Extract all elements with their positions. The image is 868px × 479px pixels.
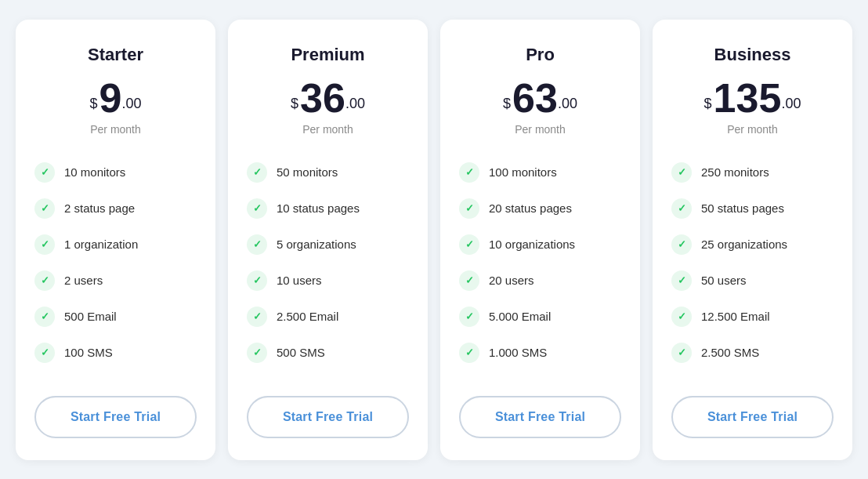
check-icon [459, 270, 479, 291]
feature-item: 50 status pages [671, 191, 834, 227]
check-icon [34, 307, 55, 327]
feature-item: 12.500 Email [671, 299, 834, 335]
feature-text: 20 users [489, 274, 534, 287]
check-icon [34, 234, 55, 255]
check-icon [34, 198, 55, 219]
check-icon [671, 343, 692, 363]
feature-item: 2 users [34, 263, 197, 299]
check-icon [247, 162, 267, 183]
feature-text: 50 monitors [277, 165, 338, 179]
feature-item: 500 Email [34, 299, 197, 335]
feature-item: 1.000 SMS [459, 335, 621, 371]
check-icon [247, 198, 267, 219]
features-list: 250 monitors 50 status pages 25 organiza… [671, 154, 834, 371]
feature-text: 2.500 SMS [701, 346, 759, 359]
feature-text: 10 users [277, 274, 322, 287]
price-cents: .00 [558, 96, 577, 112]
feature-item: 10 status pages [247, 191, 409, 227]
feature-text: 1 organization [64, 238, 138, 251]
pricing-card-business: Business $ 135 .00 Per month 250 monitor… [653, 20, 852, 460]
feature-item: 2.500 Email [247, 299, 409, 335]
check-icon [671, 198, 692, 219]
features-list: 100 monitors 20 status pages 10 organiza… [459, 154, 621, 371]
feature-item: 50 users [671, 263, 834, 299]
feature-text: 100 SMS [64, 346, 113, 359]
start-free-trial-button-pro[interactable]: Start Free Trial [459, 396, 621, 438]
price-period: Per month [671, 123, 834, 136]
feature-item: 100 SMS [34, 335, 197, 371]
check-icon [459, 343, 479, 363]
feature-item: 5.000 Email [459, 299, 621, 335]
pricing-container: Starter $ 9 .00 Per month 10 monitors 2 … [16, 20, 852, 460]
check-icon [671, 162, 692, 183]
check-icon [671, 234, 692, 255]
price-dollar-sign: $ [704, 96, 712, 112]
feature-item: 2 status page [34, 191, 197, 227]
check-icon [459, 162, 479, 183]
feature-text: 1.000 SMS [489, 346, 547, 359]
check-icon [34, 270, 55, 291]
feature-item: 50 monitors [247, 154, 409, 191]
plan-name: Pro [459, 45, 621, 65]
feature-text: 10 monitors [64, 165, 125, 179]
features-list: 50 monitors 10 status pages 5 organizati… [247, 154, 409, 371]
pricing-card-pro: Pro $ 63 .00 Per month 100 monitors 20 s… [440, 20, 640, 460]
feature-text: 5 organizations [277, 238, 356, 251]
feature-item: 10 users [247, 263, 409, 299]
check-icon [671, 270, 692, 291]
feature-item: 1 organization [34, 227, 197, 263]
price-amount: 63 [512, 78, 558, 118]
feature-text: 12.500 Email [701, 310, 770, 323]
price-cents: .00 [121, 96, 141, 112]
feature-text: 50 status pages [701, 201, 784, 215]
price-cents: .00 [781, 96, 801, 112]
feature-text: 500 SMS [277, 346, 325, 359]
feature-text: 2 status page [64, 201, 135, 215]
price-amount: 135 [714, 78, 782, 118]
features-list: 10 monitors 2 status page 1 organization… [34, 154, 197, 371]
price-dollar-sign: $ [291, 96, 298, 112]
feature-text: 10 status pages [277, 201, 360, 215]
price-amount: 36 [300, 78, 345, 118]
plan-name: Starter [34, 45, 197, 65]
feature-text: 25 organizations [701, 238, 787, 251]
price-row: $ 63 .00 [459, 78, 621, 118]
feature-text: 10 organizations [489, 238, 575, 251]
feature-text: 50 users [701, 274, 747, 287]
feature-item: 500 SMS [247, 335, 409, 371]
price-cents: .00 [345, 96, 365, 112]
feature-text: 500 Email [64, 310, 117, 323]
check-icon [671, 307, 692, 327]
price-period: Per month [34, 123, 197, 136]
check-icon [247, 343, 267, 363]
feature-text: 20 status pages [489, 201, 572, 215]
price-row: $ 135 .00 [671, 78, 834, 118]
start-free-trial-button-premium[interactable]: Start Free Trial [247, 396, 409, 438]
feature-item: 10 organizations [459, 227, 621, 263]
feature-text: 5.000 Email [489, 310, 551, 323]
feature-text: 250 monitors [701, 165, 769, 179]
check-icon [247, 270, 267, 291]
price-amount: 9 [99, 78, 122, 118]
price-period: Per month [247, 123, 409, 136]
start-free-trial-button-starter[interactable]: Start Free Trial [34, 396, 197, 438]
plan-name: Premium [247, 45, 409, 65]
start-free-trial-button-business[interactable]: Start Free Trial [671, 396, 834, 438]
feature-item: 20 status pages [459, 191, 621, 227]
feature-text: 100 monitors [489, 165, 557, 179]
check-icon [247, 307, 267, 327]
pricing-card-premium: Premium $ 36 .00 Per month 50 monitors 1… [228, 20, 428, 460]
feature-item: 20 users [459, 263, 621, 299]
check-icon [34, 162, 55, 183]
feature-item: 10 monitors [34, 154, 197, 191]
feature-item: 100 monitors [459, 154, 621, 191]
feature-item: 250 monitors [671, 154, 834, 191]
price-row: $ 9 .00 [34, 78, 197, 118]
check-icon [459, 198, 479, 219]
check-icon [459, 307, 479, 327]
plan-name: Business [671, 45, 834, 65]
price-period: Per month [459, 123, 621, 136]
feature-text: 2 users [64, 274, 103, 287]
check-icon [459, 234, 479, 255]
check-icon [34, 343, 55, 363]
